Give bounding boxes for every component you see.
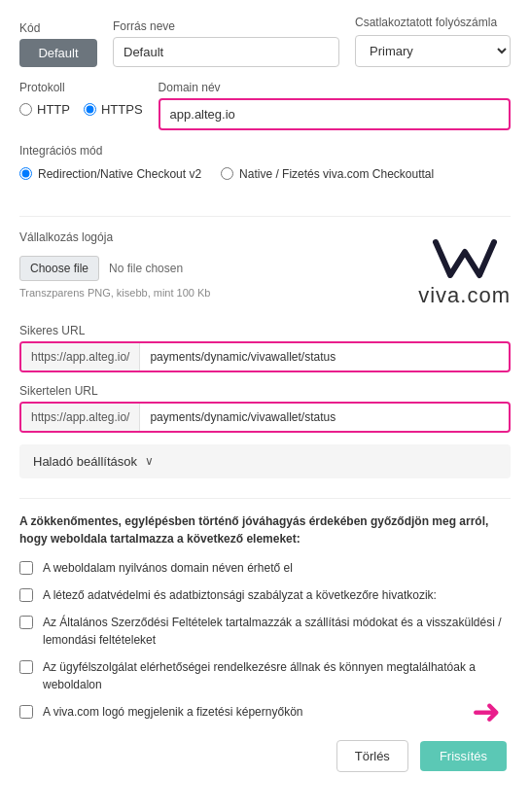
- logo-label: Vállalkozás logója: [19, 230, 389, 244]
- integration-radio1[interactable]: [19, 167, 32, 180]
- checklist-checkbox-5[interactable]: [19, 705, 33, 719]
- notice-text: A zökkenőmentes, egylépésben történő jóv…: [19, 512, 511, 547]
- account-select[interactable]: Primary Secondary: [355, 35, 511, 67]
- checklist-item-5: A viva.com logó megjelenik a fizetési ké…: [19, 703, 511, 721]
- integration-option2[interactable]: Native / Fizetés viva.com Checkouttal: [221, 167, 434, 181]
- checklist-label-2[interactable]: A létező adatvédelmi és adatbiztonsági s…: [43, 586, 437, 604]
- code-button[interactable]: Default: [19, 39, 97, 67]
- http-radio[interactable]: [19, 103, 32, 116]
- failure-url-label: Sikertelen URL: [19, 384, 511, 398]
- https-option[interactable]: HTTPS: [84, 102, 143, 117]
- checklist-label-4[interactable]: Az ügyfélszolgálat elérhetőségei rendelk…: [43, 658, 511, 693]
- domain-label: Domain név: [159, 81, 511, 94]
- choose-file-button[interactable]: Choose file: [19, 256, 99, 281]
- protocol-label: Protokoll: [19, 81, 143, 94]
- submit-button[interactable]: Frissítés: [420, 741, 507, 771]
- chevron-down-icon: ∨: [145, 454, 154, 468]
- success-url-input[interactable]: [140, 343, 509, 371]
- checklist-label-1[interactable]: A weboldalam nyilvános domain néven érhe…: [43, 559, 293, 577]
- bottom-actions: ➜ Törlés Frissítés: [19, 740, 511, 772]
- checklist: A weboldalam nyilvános domain néven érhe…: [19, 559, 511, 721]
- checklist-checkbox-3[interactable]: [19, 616, 33, 629]
- integration-radio2[interactable]: [221, 167, 233, 180]
- integration-label: Integrációs mód: [19, 144, 511, 158]
- success-url-label: Sikeres URL: [19, 324, 511, 337]
- viva-logo-icon: [426, 234, 504, 283]
- checklist-label-5[interactable]: A viva.com logó megjelenik a fizetési ké…: [43, 703, 302, 721]
- checklist-item-2: A létező adatvédelmi és adatbiztonsági s…: [19, 586, 511, 604]
- arrow-icon: ➜: [472, 691, 501, 732]
- cancel-button[interactable]: Törlés: [336, 740, 408, 772]
- checklist-item-3: Az Általános Szerződési Feltételek tarta…: [19, 614, 511, 649]
- advanced-settings-row[interactable]: Haladó beállítások ∨: [19, 444, 511, 478]
- checklist-label-3[interactable]: Az Általános Szerződési Feltételek tarta…: [43, 614, 511, 649]
- success-url-prefix: https://app.alteg.io/: [21, 343, 140, 371]
- source-input[interactable]: [113, 37, 339, 67]
- http-label: HTTP: [37, 102, 70, 117]
- source-label: Forrás neve: [113, 19, 339, 33]
- https-radio[interactable]: [84, 103, 96, 116]
- advanced-label: Haladó beállítások: [33, 454, 137, 469]
- checklist-checkbox-2[interactable]: [19, 588, 33, 602]
- checklist-item-1: A weboldalam nyilvános domain néven érhe…: [19, 559, 511, 577]
- integration-option1[interactable]: Redirection/Native Checkout v2: [19, 167, 201, 181]
- domain-input-wrapper: [159, 98, 511, 130]
- failure-url-input[interactable]: [140, 404, 509, 431]
- checklist-checkbox-4[interactable]: [19, 660, 33, 674]
- viva-logo: viva.com: [418, 230, 511, 308]
- integration-option1-label: Redirection/Native Checkout v2: [38, 167, 201, 181]
- http-option[interactable]: HTTP: [19, 102, 70, 117]
- checklist-checkbox-1[interactable]: [19, 561, 33, 575]
- failure-url-prefix: https://app.alteg.io/: [21, 404, 140, 431]
- checklist-item-4: Az ügyfélszolgálat elérhetőségei rendelk…: [19, 658, 511, 693]
- failure-url-group: https://app.alteg.io/: [19, 402, 511, 433]
- logo-hint: Transzparens PNG, kisebb, mint 100 Kb: [19, 287, 389, 299]
- success-url-group: https://app.alteg.io/: [19, 341, 511, 372]
- divider1: [19, 216, 511, 217]
- no-file-text: No file chosen: [109, 262, 183, 275]
- domain-input[interactable]: [160, 100, 509, 128]
- integration-option2-label: Native / Fizetés viva.com Checkouttal: [239, 167, 434, 181]
- code-label: Kód: [19, 21, 97, 35]
- account-label: Csatlakoztatott folyószámla: [355, 16, 511, 31]
- https-label: HTTPS: [101, 102, 143, 117]
- viva-brand-text: viva.com: [418, 283, 511, 308]
- divider2: [19, 498, 511, 499]
